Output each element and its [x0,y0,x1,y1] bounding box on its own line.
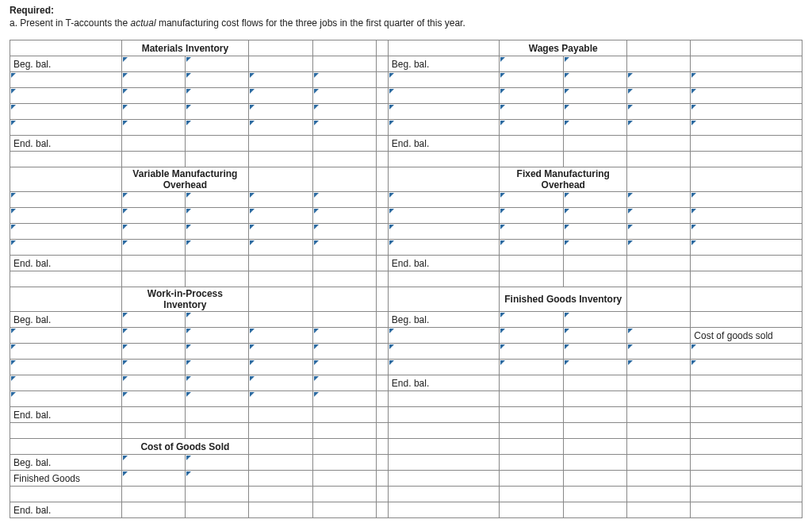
instruction-italic: actual [131,17,156,29]
cell[interactable] [249,56,312,72]
wages-beg-bal-label: Beg. bal. [388,56,500,72]
wip-beg-bal-label: Beg. bal. [10,312,122,328]
fixedoh-end-bal-label: End. bal. [388,256,500,271]
wages-end-bal-label: End. bal. [388,136,500,152]
instruction-part2: manufacturing cost flows for the three j… [156,17,465,29]
header-wip: Work-in-Process Inventory [121,287,249,312]
header-fg: Finished Goods Inventory [500,287,627,312]
materials-beg-bal-label: Beg. bal. [10,56,122,72]
cell[interactable] [312,56,376,72]
cogs-fg-label: Finished Goods [10,471,122,487]
fg-end-bal-label: End. bal. [388,375,500,391]
header-materials: Materials Inventory [121,40,249,56]
cell[interactable] [627,56,691,72]
cell[interactable] [691,56,802,72]
instruction-prefix: a. [10,17,17,29]
wages-beg-debit[interactable] [500,56,563,72]
t-accounts-table: Materials Inventory Wages Payable Beg. b… [10,40,802,518]
page: Required: a. Present in T-accounts the a… [0,0,812,527]
header-cogs: Cost of Goods Sold [121,439,249,455]
wages-beg-credit[interactable] [563,56,626,72]
instruction-line: a. Present in T-accounts the actual manu… [10,17,802,29]
varoh-end-bal-label: End. bal. [10,256,122,271]
cell[interactable] [10,72,122,88]
cogs-beg-bal-label: Beg. bal. [10,455,122,471]
wip-end-bal-label: End. bal. [10,407,122,423]
header-var-oh: Variable Manufacturing Overhead [121,167,249,192]
materials-beg-debit[interactable] [121,56,185,72]
materials-end-bal-label: End. bal. [10,136,122,152]
header-fixed-oh: Fixed Manufacturing Overhead [500,167,627,192]
header-wages: Wages Payable [500,40,627,56]
fg-cogs-right-label: Cost of goods sold [691,328,802,344]
instruction-part1: Present in T-accounts the [20,17,130,29]
fg-beg-bal-label: Beg. bal. [388,312,500,328]
cogs-end-bal-label: End. bal. [10,502,122,518]
required-heading: Required: [10,5,802,16]
materials-beg-credit[interactable] [185,56,248,72]
